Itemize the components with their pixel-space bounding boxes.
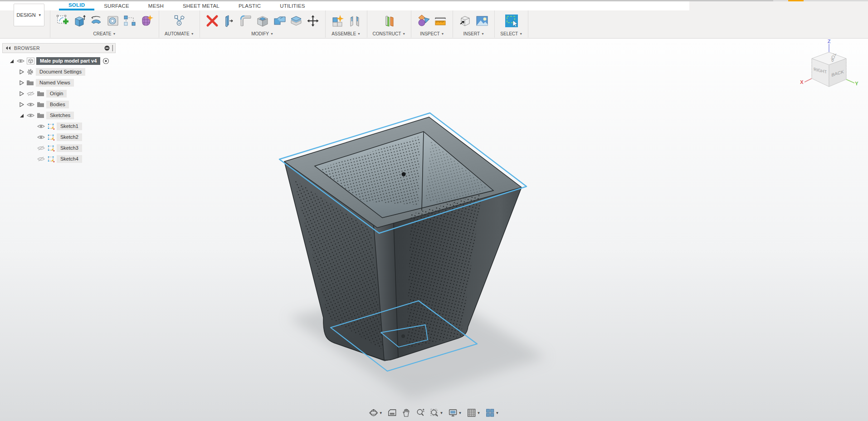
ribbon: SOLID SURFACE MESH SHEET METAL PLASTIC U…	[0, 1, 868, 39]
folder-icon	[26, 79, 34, 86]
tree-label: Sketch4	[57, 155, 82, 163]
collapse-panel-icon[interactable]	[5, 46, 11, 50]
expander-collapsed-icon[interactable]	[19, 69, 24, 75]
assemble-dropdown[interactable]: ASSEMBLE▼	[332, 31, 361, 37]
eye-icon[interactable]	[26, 102, 35, 108]
browser-header[interactable]: BROWSER	[2, 43, 116, 53]
panel-resize-handle[interactable]	[112, 45, 114, 51]
expander-collapsed-icon[interactable]	[19, 102, 24, 108]
tab-solid[interactable]: SOLID	[59, 1, 94, 10]
tree-row-root-component[interactable]: Male pulp model part v4	[2, 55, 116, 66]
fit-button[interactable]: ▼	[429, 407, 445, 418]
tree-row-document-settings[interactable]: Document Settings	[2, 66, 116, 77]
expander-collapsed-icon[interactable]	[19, 80, 24, 86]
tree-row-bodies[interactable]: Bodies	[2, 99, 116, 110]
activate-component-radio-icon[interactable]	[102, 58, 110, 64]
zoom-button[interactable]	[414, 407, 426, 418]
modify-dropdown[interactable]: MODIFY▼	[251, 31, 273, 37]
pan-button[interactable]	[400, 407, 412, 418]
browser-tree: Male pulp model part v4 Document Setting…	[2, 53, 116, 164]
create-form-icon[interactable]	[140, 14, 153, 28]
measure-ruler-icon[interactable]	[434, 14, 447, 28]
hole-icon[interactable]	[106, 14, 120, 28]
press-pull-icon[interactable]	[222, 14, 236, 28]
top-strip-segment	[0, 0, 773, 1]
select-dropdown[interactable]: SELECT▼	[500, 31, 522, 37]
chevron-down-icon: ▼	[440, 411, 444, 415]
display-settings-button[interactable]: ▼	[447, 407, 463, 418]
viewport-canvas[interactable]	[0, 38, 868, 421]
combine-icon[interactable]	[273, 14, 286, 28]
automate-icon[interactable]	[172, 14, 186, 28]
eye-icon[interactable]	[26, 113, 35, 118]
tree-row-sketch1[interactable]: Sketch1	[2, 121, 116, 132]
grid-icon	[467, 408, 476, 417]
automate-dropdown[interactable]: AUTOMATE▼	[165, 31, 194, 37]
workspace-label: DESIGN	[16, 12, 35, 18]
window-top-strip	[0, 0, 868, 1]
extrude-icon[interactable]	[73, 14, 86, 28]
workspace-selector[interactable]: DESIGN ▼	[14, 4, 44, 26]
insert-derive-icon[interactable]	[458, 14, 472, 28]
look-at-icon	[388, 408, 397, 417]
eye-off-icon[interactable]	[37, 156, 45, 162]
tree-row-sketch4[interactable]: Sketch4	[2, 153, 116, 164]
expander-expanded-icon[interactable]	[19, 113, 24, 118]
ribbon-toolbar: CREATE▼ AUTOMATE▼	[50, 10, 528, 38]
sketch-icon	[47, 156, 55, 162]
ribbon-tabs: SOLID SURFACE MESH SHEET METAL PLASTIC U…	[0, 1, 689, 10]
top-strip-accent	[788, 0, 804, 1]
tree-row-sketches[interactable]: Sketches	[2, 110, 116, 121]
component-cube-icon	[27, 58, 34, 64]
insert-dropdown[interactable]: INSERT▼	[463, 31, 484, 37]
create-dropdown[interactable]: CREATE▼	[93, 31, 116, 37]
eye-off-icon[interactable]	[26, 91, 35, 97]
measure-icon[interactable]	[417, 14, 430, 28]
tree-row-sketch2[interactable]: Sketch2	[2, 132, 116, 142]
grid-layout-button[interactable]: ▼	[465, 407, 482, 418]
shell-icon[interactable]	[256, 14, 269, 28]
construction-plane-icon[interactable]	[382, 14, 396, 28]
eye-icon[interactable]	[37, 123, 45, 129]
tree-label: Document Settings	[36, 68, 85, 76]
joint-icon[interactable]	[348, 14, 361, 28]
tab-surface[interactable]: SURFACE	[94, 1, 139, 10]
rectangular-pattern-icon[interactable]	[123, 14, 137, 28]
group-create: CREATE▼	[50, 10, 159, 38]
y-axis-line	[846, 79, 854, 83]
select-icon[interactable]	[505, 14, 518, 28]
panel-minimize-icon[interactable]	[104, 45, 110, 51]
tab-plastic[interactable]: PLASTIC	[229, 1, 270, 10]
tab-sheet-metal[interactable]: SHEET METAL	[173, 1, 229, 10]
look-at-button[interactable]	[386, 407, 398, 418]
eye-icon[interactable]	[16, 58, 25, 64]
construct-dropdown[interactable]: CONSTRUCT▼	[373, 31, 406, 37]
canvas-icon[interactable]	[475, 14, 489, 28]
inspect-dropdown[interactable]: INSPECT▼	[420, 31, 444, 37]
delete-icon[interactable]	[205, 14, 219, 28]
tree-label: Bodies	[46, 101, 69, 108]
split-body-icon[interactable]	[289, 14, 303, 28]
expander-expanded-icon[interactable]	[9, 58, 15, 64]
pan-hand-icon	[402, 408, 411, 417]
orbit-button[interactable]: ▼	[368, 407, 384, 418]
eye-icon[interactable]	[37, 134, 45, 140]
move-copy-icon[interactable]	[306, 14, 320, 28]
group-automate: AUTOMATE▼	[159, 10, 200, 38]
viewports-button[interactable]: ▼	[484, 407, 500, 418]
tree-row-named-views[interactable]: Named Views	[2, 77, 116, 88]
folder-icon	[37, 112, 44, 119]
eye-off-icon[interactable]	[37, 145, 45, 151]
create-sketch-icon[interactable]	[56, 14, 69, 28]
viewcube[interactable]: TOP RIGHT BACK Z X Y	[796, 39, 860, 93]
expander-collapsed-icon[interactable]	[19, 91, 24, 97]
new-component-icon[interactable]	[331, 14, 345, 28]
tree-row-sketch3[interactable]: Sketch3	[2, 142, 116, 153]
tree-row-origin[interactable]: Origin	[2, 88, 116, 99]
y-axis-label: Y	[855, 81, 858, 86]
fillet-icon[interactable]	[239, 14, 253, 28]
tab-utilities[interactable]: UTILITIES	[270, 1, 314, 10]
revolve-icon[interactable]	[89, 14, 103, 28]
tab-mesh[interactable]: MESH	[139, 1, 173, 10]
tree-label: Sketch3	[57, 144, 82, 152]
